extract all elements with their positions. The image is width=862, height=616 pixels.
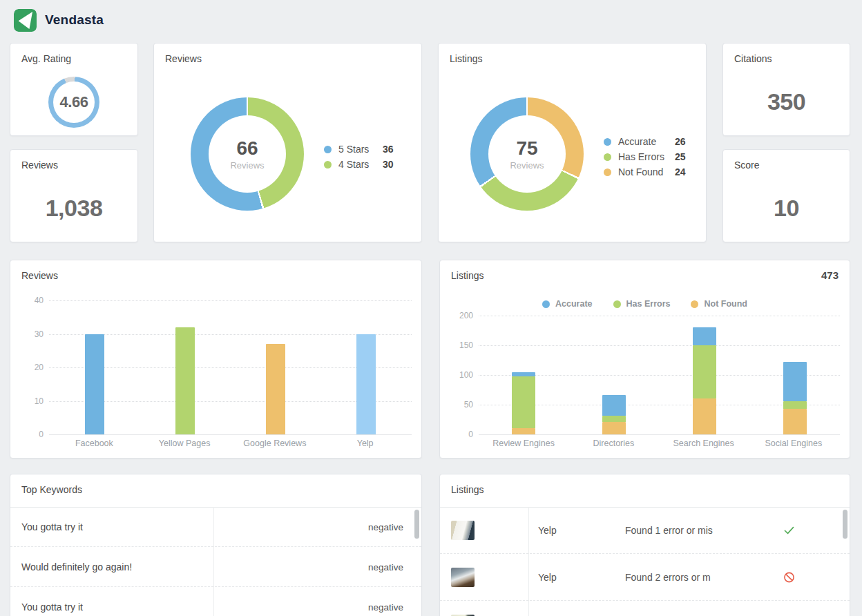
- bar-segment-not-found: [693, 398, 716, 434]
- bar-segment-has-errors: [602, 416, 626, 422]
- stacked-bar-search-engines: [693, 316, 716, 434]
- listings-donut-title: Listings: [450, 53, 482, 64]
- y-axis-tick-label: 40: [20, 296, 44, 305]
- score-card: Score 10: [722, 149, 850, 242]
- avg-rating-gauge-center: 4.66: [53, 81, 95, 123]
- score-value: 10: [774, 195, 799, 222]
- y-axis-tick-label: 20: [20, 363, 44, 372]
- reviews-donut-card: Reviews 66 Reviews 5 Stars364 Stars30: [153, 43, 422, 242]
- listings-scrollbar-thumb[interactable]: [843, 510, 847, 539]
- listings-stacked-chart-legend: AccurateHas ErrorsNot Found: [440, 299, 850, 309]
- listings-stacked-chart: 050100150200: [479, 316, 840, 434]
- x-axis-label: Directories: [568, 439, 658, 448]
- gridline: [49, 434, 412, 435]
- citations-title: Citations: [734, 53, 772, 64]
- legend-label: 5 Stars: [338, 144, 383, 155]
- listing-row[interactable]: YelpFound 1 error or mis: [440, 507, 850, 554]
- y-axis-tick-label: 0: [20, 430, 44, 439]
- legend-item: Has Errors25: [604, 149, 686, 164]
- x-axis-label: Yelp: [320, 439, 410, 448]
- bar-segment-has-errors: [512, 376, 535, 429]
- bar-facebook: [85, 334, 104, 435]
- legend-label: Not Found: [704, 299, 747, 309]
- legend-value: 25: [675, 151, 686, 162]
- legend-dot-icon: [542, 300, 550, 308]
- y-axis-tick-label: 30: [20, 329, 44, 339]
- stacked-bar-social-engines: [783, 316, 807, 434]
- legend-label: Not Found: [618, 166, 675, 177]
- stacked-bar-directories: [602, 316, 626, 434]
- brand-title: Vendasta: [45, 12, 104, 28]
- reviews-bar-chart-x-labels: FacebookYellow PagesGoogle ReviewsYelp: [49, 439, 410, 448]
- y-axis-tick-label: 150: [450, 340, 473, 350]
- top-keywords-card: Top Keywords You gotta try itnegativeWou…: [10, 474, 422, 616]
- listings-donut-card: Listings 75 Reviews Accurate26Has Errors…: [438, 43, 707, 242]
- legend-dot-icon: [604, 138, 611, 146]
- keyword-text: You gotta try it: [21, 601, 83, 613]
- bar-yelp: [356, 334, 376, 435]
- legend-item: Has Errors: [613, 299, 671, 309]
- avg-rating-value: 4.66: [60, 93, 88, 111]
- y-axis-tick-label: 100: [450, 370, 473, 380]
- reviews-count-title: Reviews: [21, 160, 58, 171]
- legend-dot-icon: [691, 300, 698, 308]
- legend-label: Accurate: [555, 299, 593, 309]
- avg-rating-card: Avg. Rating 4.66: [10, 43, 138, 136]
- listing-row[interactable]: [440, 601, 850, 616]
- listings-table-rows: YelpFound 1 error or misYelpFound 2 erro…: [440, 507, 850, 616]
- bar-yellow-pages: [175, 327, 195, 434]
- reviews-donut-center-label: Reviews: [230, 160, 264, 171]
- vendasta-logo-icon[interactable]: [14, 9, 37, 32]
- bar-column: [231, 300, 321, 434]
- listings-stacked-chart-card: Listings 473 AccurateHas ErrorsNot Found…: [439, 260, 850, 459]
- reviews-bar-chart-card: Reviews 010203040 FacebookYellow PagesGo…: [10, 260, 422, 459]
- top-keywords-title: Top Keywords: [21, 484, 82, 495]
- listings-donut-center-label: Reviews: [510, 160, 544, 171]
- reviews-donut-center: 66 Reviews: [209, 115, 286, 193]
- bar-segment-not-found: [783, 409, 807, 434]
- avg-rating-gauge: 4.66: [48, 77, 99, 128]
- bar-segment-accurate: [602, 395, 626, 416]
- keyword-text: Would definitely go again!: [21, 561, 132, 572]
- listings-donut-legend: Accurate26Has Errors25Not Found24: [604, 134, 686, 180]
- y-axis-tick-label: 50: [450, 400, 473, 410]
- x-axis-label: Facebook: [49, 439, 140, 448]
- y-axis-tick-label: 200: [450, 311, 473, 320]
- bars-row: [479, 316, 840, 434]
- legend-dot-icon: [613, 300, 621, 308]
- bar-column: [140, 300, 230, 434]
- bar-segment-accurate: [783, 362, 807, 401]
- legend-label: Accurate: [618, 136, 675, 147]
- bar-segment-accurate: [693, 327, 716, 345]
- gridline: [479, 434, 840, 435]
- listing-source: Yelp: [538, 572, 557, 583]
- legend-label: Has Errors: [618, 151, 675, 162]
- avg-rating-title: Avg. Rating: [21, 53, 71, 64]
- legend-dot-icon: [604, 169, 611, 176]
- avg-rating-gauge-wrap: 4.66: [10, 68, 137, 135]
- legend-dot-icon: [604, 153, 611, 161]
- bar-column: [749, 316, 840, 434]
- keyword-sentiment: negative: [368, 601, 403, 612]
- listing-thumbnail: [451, 568, 475, 587]
- listings-stacked-chart-title: Listings: [451, 270, 483, 281]
- bar-google-reviews: [266, 344, 285, 434]
- citations-card: Citations 350: [722, 43, 850, 136]
- citations-value: 350: [767, 88, 805, 115]
- bar-column: [479, 316, 569, 434]
- listing-row[interactable]: YelpFound 2 errors or m: [440, 554, 850, 601]
- reviews-count-card: Reviews 1,038: [10, 149, 138, 242]
- check-icon: [783, 524, 795, 536]
- reviews-bar-chart: 010203040: [49, 300, 412, 434]
- listings-stacked-chart-x-labels: Review EnginesDirectoriesSearch EnginesS…: [479, 439, 839, 448]
- listings-donut-center-value: 75: [516, 137, 537, 160]
- keyword-row: Would definitely go again!negative: [10, 547, 421, 587]
- top-keywords-rows: You gotta try itnegativeWould definitely…: [10, 507, 421, 616]
- keywords-scrollbar-thumb[interactable]: [414, 510, 419, 539]
- x-axis-label: Yellow Pages: [140, 439, 230, 448]
- bar-segment-has-errors: [693, 345, 716, 398]
- legend-value: 24: [675, 166, 686, 177]
- x-axis-label: Google Reviews: [230, 439, 320, 448]
- x-axis-label: Social Engines: [749, 439, 839, 448]
- legend-dot-icon: [324, 161, 332, 169]
